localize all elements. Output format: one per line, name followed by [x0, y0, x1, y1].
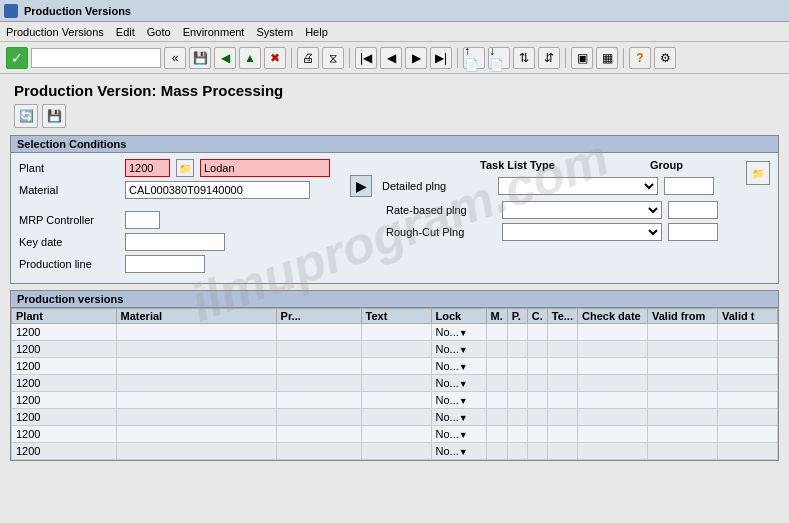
expand-button[interactable]: ▶: [350, 175, 372, 197]
menu-edit[interactable]: Edit: [116, 26, 135, 38]
table-cell: [547, 375, 577, 392]
detailed-label: Detailed plng: [382, 180, 492, 192]
execute-button[interactable]: ✓: [6, 47, 28, 69]
detailed-select[interactable]: [498, 177, 658, 195]
print-button[interactable]: 🖨: [297, 47, 319, 69]
plant-folder-btn[interactable]: 📁: [176, 159, 194, 177]
settings-button[interactable]: ⚙: [654, 47, 676, 69]
sort-up-button[interactable]: ⇅: [513, 47, 535, 69]
sort-down-button[interactable]: ⇵: [538, 47, 560, 69]
table-cell: No...▼: [431, 443, 486, 460]
page-title: Production Version: Mass Processing: [0, 74, 789, 103]
table-cell: [361, 375, 431, 392]
table-cell: [486, 443, 507, 460]
table-cell: [507, 358, 527, 375]
save-button[interactable]: 💾: [189, 47, 211, 69]
next-button[interactable]: ▶: [405, 47, 427, 69]
table-row[interactable]: 1200No...▼: [12, 443, 778, 460]
table-cell: [276, 324, 361, 341]
mrp-input[interactable]: [125, 211, 160, 229]
table-cell: 1200: [12, 341, 117, 358]
ratebased-select[interactable]: [502, 201, 662, 219]
table-row[interactable]: 1200No...▼: [12, 426, 778, 443]
roughcut-select[interactable]: [502, 223, 662, 241]
nav-start-button[interactable]: «: [164, 47, 186, 69]
table-cell: [361, 358, 431, 375]
plant-desc-input[interactable]: [200, 159, 330, 177]
table-cell: [116, 392, 276, 409]
table-cell: [486, 375, 507, 392]
menu-help[interactable]: Help: [305, 26, 328, 38]
refresh-button[interactable]: 🔄: [14, 104, 38, 128]
table-cell: No...▼: [431, 324, 486, 341]
plant-input[interactable]: [125, 159, 170, 177]
dropdown-arrow-icon[interactable]: ▼: [459, 447, 468, 457]
table-cell: [486, 341, 507, 358]
last-button[interactable]: ▶|: [430, 47, 452, 69]
lock-value: No...: [436, 326, 459, 338]
detailed-group-input[interactable]: [664, 177, 714, 195]
keydate-input[interactable]: [125, 233, 225, 251]
roughcut-group-input[interactable]: [668, 223, 718, 241]
menu-production-versions[interactable]: Production Versions: [6, 26, 104, 38]
table-row[interactable]: 1200No...▼: [12, 341, 778, 358]
menu-goto[interactable]: Goto: [147, 26, 171, 38]
table-cell: [648, 324, 718, 341]
table-cell: [276, 409, 361, 426]
table-row[interactable]: 1200No...▼: [12, 392, 778, 409]
find-button[interactable]: ⧖: [322, 47, 344, 69]
dropdown-arrow-icon[interactable]: ▼: [459, 396, 468, 406]
table-row[interactable]: 1200No...▼: [12, 375, 778, 392]
table-cell: [276, 443, 361, 460]
dropdown-arrow-icon[interactable]: ▼: [459, 345, 468, 355]
cancel-button[interactable]: ✖: [264, 47, 286, 69]
download-button[interactable]: ↓📄: [488, 47, 510, 69]
group-header: Group: [650, 159, 683, 171]
table-cell: 1200: [12, 358, 117, 375]
layout-btn2[interactable]: ▦: [596, 47, 618, 69]
table-cell: [547, 443, 577, 460]
sub-save-button[interactable]: 💾: [42, 104, 66, 128]
table-cell: [361, 426, 431, 443]
dropdown-arrow-icon[interactable]: ▼: [459, 413, 468, 423]
table-cell: [527, 392, 547, 409]
prodline-input[interactable]: [125, 255, 205, 273]
keydate-row: Key date: [19, 233, 330, 251]
layout-btn1[interactable]: ▣: [571, 47, 593, 69]
table-cell: [578, 375, 648, 392]
table-cell: [527, 375, 547, 392]
table-row[interactable]: 1200No...▼: [12, 358, 778, 375]
menu-system[interactable]: System: [256, 26, 293, 38]
help-button[interactable]: ?: [629, 47, 651, 69]
dropdown-arrow-icon[interactable]: ▼: [459, 430, 468, 440]
production-versions-table: Plant Material Pr... Text Lock M. P. C. …: [11, 308, 778, 460]
command-input[interactable]: [31, 48, 161, 68]
upload-button[interactable]: ↑📄: [463, 47, 485, 69]
table-row[interactable]: 1200No...▼: [12, 409, 778, 426]
table-cell: [276, 341, 361, 358]
table-cell: No...▼: [431, 426, 486, 443]
col-text: Text: [361, 309, 431, 324]
dropdown-arrow-icon[interactable]: ▼: [459, 328, 468, 338]
ratebased-group-input[interactable]: [668, 201, 718, 219]
prev-button[interactable]: ◀: [380, 47, 402, 69]
table-cell: No...▼: [431, 375, 486, 392]
table-cell: No...▼: [431, 392, 486, 409]
dropdown-arrow-icon[interactable]: ▼: [459, 379, 468, 389]
material-input[interactable]: [125, 181, 310, 199]
table-cell: [527, 324, 547, 341]
plant-row: Plant 📁: [19, 159, 330, 177]
table-cell: [116, 324, 276, 341]
nav-up-button[interactable]: ▲: [239, 47, 261, 69]
table-row[interactable]: 1200No...▼: [12, 324, 778, 341]
first-button[interactable]: |◀: [355, 47, 377, 69]
expand-right-btn[interactable]: 📁: [746, 161, 770, 185]
table-cell: [507, 375, 527, 392]
table-cell: [276, 358, 361, 375]
ratebased-row: Rate-based plng: [350, 201, 726, 219]
title-bar-text: Production Versions: [24, 5, 131, 17]
dropdown-arrow-icon[interactable]: ▼: [459, 362, 468, 372]
back-green-button[interactable]: ◀: [214, 47, 236, 69]
col-plant: Plant: [12, 309, 117, 324]
menu-environment[interactable]: Environment: [183, 26, 245, 38]
